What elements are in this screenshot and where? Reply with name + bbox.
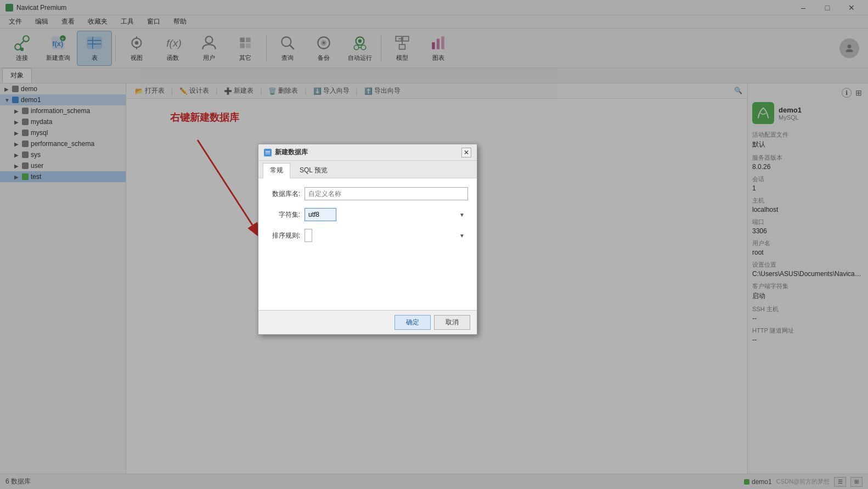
dialog-title-left: 新建数据库 [264, 148, 308, 157]
dialog-select-charset[interactable]: utf8 utf8mb4 latin1 gbk [305, 208, 336, 221]
dialog-close-button[interactable]: ✕ [461, 148, 471, 158]
dialog-input-dbname[interactable] [305, 187, 468, 200]
new-db-dialog: 新建数据库 ✕ 常规 SQL 预览 数据库名: 字符集: utf8 utf8m [258, 144, 477, 335]
dialog-cancel-button[interactable]: 取消 [434, 315, 470, 330]
dialog-label-charset: 字符集: [267, 210, 300, 220]
dialog-row-charset: 字符集: utf8 utf8mb4 latin1 gbk ▼ [267, 208, 468, 221]
dialog-confirm-button[interactable]: 确定 [394, 315, 431, 330]
dialog-label-collation: 排序规则: [267, 231, 300, 240]
charset-select-wrapper: utf8 utf8mb4 latin1 gbk ▼ [305, 208, 468, 221]
dialog-tab-general[interactable]: 常规 [263, 163, 290, 178]
modal-overlay: 新建数据库 ✕ 常规 SQL 预览 数据库名: 字符集: utf8 utf8m [0, 0, 868, 489]
dialog-row-collation: 排序规则: ▼ [267, 229, 468, 242]
dialog-label-dbname: 数据库名: [267, 189, 300, 199]
dialog-select-collation[interactable] [305, 229, 312, 242]
dialog-titlebar: 新建数据库 ✕ [258, 144, 477, 161]
collation-dropdown-arrow: ▼ [459, 233, 465, 239]
svg-rect-43 [266, 150, 270, 154]
collation-select-wrapper: ▼ [305, 229, 468, 242]
charset-dropdown-arrow: ▼ [459, 212, 465, 218]
dialog-tab-sql-preview[interactable]: SQL 预览 [292, 163, 335, 178]
dialog-title-text: 新建数据库 [275, 148, 308, 157]
dialog-title-icon [264, 149, 272, 156]
dialog-tabs: 常规 SQL 预览 [258, 161, 477, 178]
dialog-content: 数据库名: 字符集: utf8 utf8mb4 latin1 gbk ▼ [258, 178, 477, 310]
dialog-row-dbname: 数据库名: [267, 187, 468, 200]
dialog-footer: 确定 取消 [258, 310, 477, 334]
